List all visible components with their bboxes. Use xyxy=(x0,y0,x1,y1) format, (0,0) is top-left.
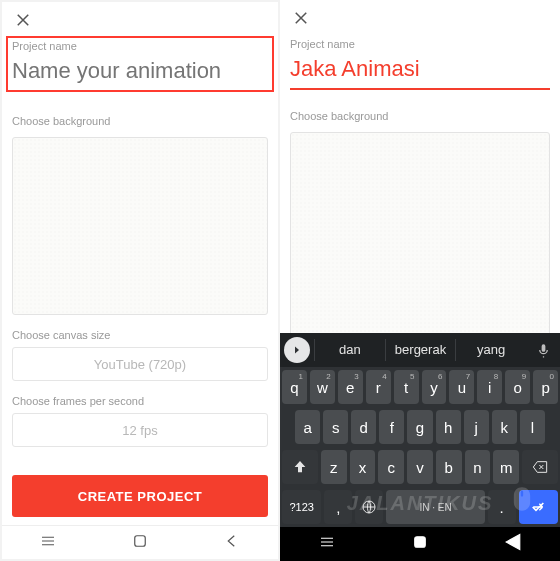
left-screenshot: Project name Choose background Choose ca… xyxy=(0,0,280,561)
period-key[interactable]: . xyxy=(488,490,516,524)
suggestion[interactable]: dan xyxy=(314,339,385,361)
key-r[interactable]: r4 xyxy=(366,370,391,404)
key-o[interactable]: o9 xyxy=(505,370,530,404)
android-navbar xyxy=(280,527,560,561)
background-picker[interactable] xyxy=(12,137,268,315)
backspace-key[interactable] xyxy=(522,450,558,484)
enter-key[interactable] xyxy=(519,490,558,524)
close-icon[interactable] xyxy=(12,9,34,31)
mic-icon[interactable] xyxy=(530,337,556,363)
right-screenshot: Project name Choose background dan berge… xyxy=(280,0,560,561)
header xyxy=(280,0,560,36)
key-l[interactable]: l xyxy=(520,410,545,444)
space-key[interactable]: IN · EN xyxy=(386,490,484,524)
key-y[interactable]: y6 xyxy=(422,370,447,404)
key-k[interactable]: k xyxy=(492,410,517,444)
key-c[interactable]: c xyxy=(378,450,404,484)
project-name-input[interactable] xyxy=(12,54,268,91)
svg-rect-0 xyxy=(135,535,146,546)
fps-select[interactable]: 12 fps xyxy=(12,413,268,447)
suggestion[interactable]: bergerak xyxy=(385,339,456,361)
suggestion-bar: dan bergerak yang xyxy=(280,333,560,367)
recents-button[interactable] xyxy=(39,532,57,554)
choose-bg-label: Choose background xyxy=(290,110,550,122)
key-d[interactable]: d xyxy=(351,410,376,444)
suggestion[interactable]: yang xyxy=(455,339,526,361)
project-name-label: Project name xyxy=(12,40,268,52)
canvas-size-label: Choose canvas size xyxy=(12,329,268,341)
home-button[interactable] xyxy=(411,533,429,555)
key-f[interactable]: f xyxy=(379,410,404,444)
key-a[interactable]: a xyxy=(295,410,320,444)
key-v[interactable]: v xyxy=(407,450,433,484)
choose-bg-label: Choose background xyxy=(12,115,268,127)
key-q[interactable]: q1 xyxy=(282,370,307,404)
shift-key[interactable] xyxy=(282,450,318,484)
key-p[interactable]: p0 xyxy=(533,370,558,404)
key-n[interactable]: n xyxy=(465,450,491,484)
back-button[interactable] xyxy=(223,532,241,554)
key-h[interactable]: h xyxy=(436,410,461,444)
project-name-input[interactable] xyxy=(290,52,550,90)
recents-button[interactable] xyxy=(318,533,336,555)
fps-label: Choose frames per second xyxy=(12,395,268,407)
key-j[interactable]: j xyxy=(464,410,489,444)
key-m[interactable]: m xyxy=(493,450,519,484)
comma-key[interactable]: , xyxy=(324,490,352,524)
header xyxy=(2,2,278,38)
svg-rect-2 xyxy=(415,537,426,548)
key-u[interactable]: u7 xyxy=(449,370,474,404)
key-x[interactable]: x xyxy=(350,450,376,484)
key-s[interactable]: s xyxy=(323,410,348,444)
background-picker[interactable] xyxy=(290,132,550,352)
create-project-button[interactable]: CREATE PROJECT xyxy=(12,475,268,517)
expand-icon[interactable] xyxy=(284,337,310,363)
key-e[interactable]: e3 xyxy=(338,370,363,404)
language-key[interactable] xyxy=(355,490,383,524)
key-t[interactable]: t5 xyxy=(394,370,419,404)
key-g[interactable]: g xyxy=(407,410,432,444)
key-b[interactable]: b xyxy=(436,450,462,484)
home-button[interactable] xyxy=(131,532,149,554)
key-z[interactable]: z xyxy=(321,450,347,484)
project-name-label: Project name xyxy=(290,38,550,50)
symbols-key[interactable]: ?123 xyxy=(282,490,321,524)
soft-keyboard: dan bergerak yang q1w2e3r4t5y6u7i8o9p0 a… xyxy=(280,333,560,527)
close-icon[interactable] xyxy=(290,7,312,29)
android-navbar xyxy=(2,525,278,559)
canvas-size-select[interactable]: YouTube (720p) xyxy=(12,347,268,381)
key-i[interactable]: i8 xyxy=(477,370,502,404)
back-button[interactable] xyxy=(504,533,522,555)
key-w[interactable]: w2 xyxy=(310,370,335,404)
